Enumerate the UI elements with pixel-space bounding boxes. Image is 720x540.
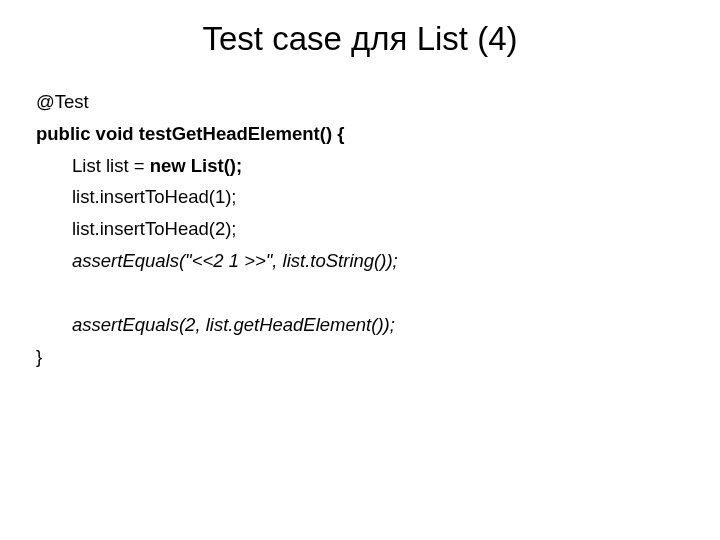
code-line: } <box>36 341 684 373</box>
code-text: List list = <box>72 155 150 176</box>
keyword: new List(); <box>150 155 243 176</box>
code-line: list.insertToHead(1); <box>36 181 684 213</box>
code-line: assertEquals(2, list.getHeadElement()); <box>36 309 684 341</box>
code-line: public void testGetHeadElement() { <box>36 118 684 150</box>
code-line: list.insertToHead(2); <box>36 213 684 245</box>
code-block: @Test public void testGetHeadElement() {… <box>36 86 684 372</box>
code-line: List list = new List(); <box>36 150 684 182</box>
method-signature: testGetHeadElement() { <box>134 123 345 144</box>
code-line: assertEquals("<<2 1 >>", list.toString()… <box>36 245 684 277</box>
keyword: public void <box>36 123 134 144</box>
blank-line <box>36 277 684 309</box>
slide-title: Test case для List (4) <box>36 20 684 58</box>
code-line: @Test <box>36 86 684 118</box>
